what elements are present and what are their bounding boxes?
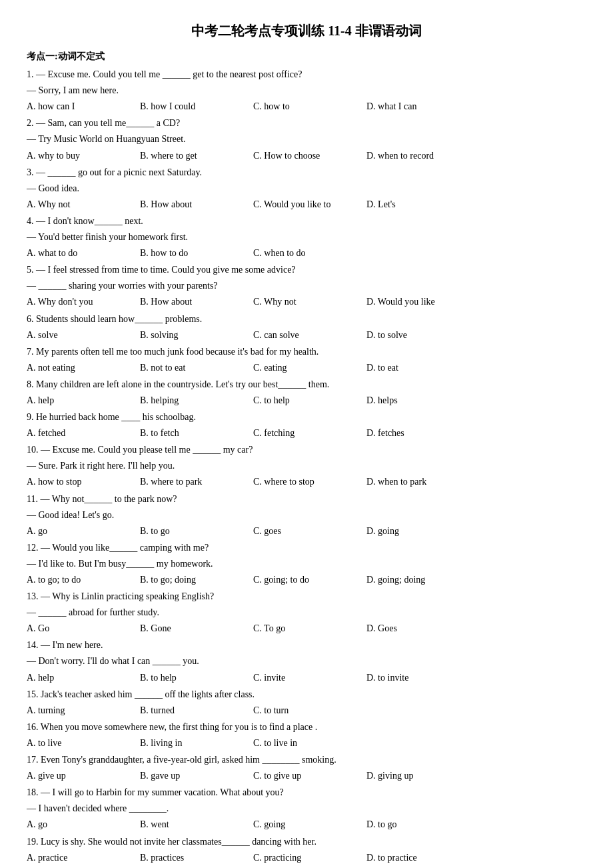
options-row-9: A. fetchedB. to fetchC. fetchingD. fetch…	[27, 425, 586, 441]
option-10-2: C. where to stop	[253, 474, 360, 489]
options-row-5: A. Why don't youB. How aboutC. Why notD.…	[27, 294, 586, 309]
option-11-2: C. goes	[253, 523, 360, 539]
option-8-0: A. help	[27, 393, 133, 408]
option-9-2: C. fetching	[253, 425, 360, 441]
question-line-17-0: 17. Even Tony's granddaughter, a five-ye…	[27, 752, 586, 767]
option-15-0: A. turning	[27, 703, 133, 718]
option-7-3: D. to eat	[366, 360, 473, 375]
question-2: 2. — Sam, can you tell me______ a CD?— T…	[27, 115, 586, 163]
question-line-18-0: 18. — I will go to Harbin for my summer …	[27, 785, 586, 800]
options-row-16: A. to liveB. living inC. to live in	[27, 735, 586, 751]
option-1-2: C. how to	[253, 99, 360, 114]
question-line-7-0: 7. My parents often tell me too much jun…	[27, 344, 586, 359]
question-15: 15. Jack's teacher asked him ______ off …	[27, 687, 586, 718]
option-18-2: C. going	[253, 817, 360, 832]
question-line-13-0: 13. — Why is Linlin practicing speaking …	[27, 589, 586, 604]
options-row-18: A. goB. wentC. goingD. to go	[27, 817, 586, 832]
question-line-5-0: 5. — I feel stressed from time to time. …	[27, 262, 586, 277]
option-14-2: C. invite	[253, 670, 360, 685]
option-10-0: A. how to stop	[27, 474, 133, 489]
question-line-3-0: 3. — ______ go out for a picnic next Sat…	[27, 165, 586, 180]
option-19-2: C. practicing	[253, 850, 360, 865]
question-line-19-0: 19. Lucy is shy. She would not invite he…	[27, 834, 586, 849]
question-16: 16. When you move somewhere new, the fir…	[27, 719, 586, 751]
options-row-13: A. GoB. GoneC. To goD. Goes	[27, 621, 586, 636]
option-18-0: A. go	[27, 817, 133, 832]
option-7-0: A. not eating	[27, 360, 133, 375]
options-row-14: A. helpB. to helpC. inviteD. to invite	[27, 670, 586, 685]
question-line-13-1: — ______ abroad for further study.	[27, 605, 586, 620]
options-row-19: A. practiceB. practicesC. practicingD. t…	[27, 850, 586, 865]
question-line-10-1: — Sure. Park it right here. I'll help yo…	[27, 458, 586, 473]
question-line-4-0: 4. — I don't know______ next.	[27, 213, 586, 229]
option-12-1: B. to go; doing	[140, 572, 247, 587]
option-12-3: D. going; doing	[366, 572, 473, 587]
question-4: 4. — I don't know______ next.— You'd bet…	[27, 213, 586, 261]
option-17-0: A. give up	[27, 768, 133, 783]
option-19-1: B. practices	[140, 850, 247, 865]
question-10: 10. — Excuse me. Could you please tell m…	[27, 442, 586, 489]
option-6-0: A. solve	[27, 327, 133, 343]
options-row-15: A. turningB. turnedC. to turn	[27, 703, 586, 718]
question-line-18-1: — I haven't decided where ________.	[27, 801, 586, 816]
option-1-3: D. what I can	[366, 99, 473, 114]
option-17-2: C. to give up	[253, 768, 360, 783]
question-line-14-1: — Don't worry. I'll do what I can ______…	[27, 653, 586, 669]
option-16-2: C. to live in	[253, 735, 360, 751]
option-10-3: D. when to park	[366, 474, 473, 489]
option-6-3: D. to solve	[366, 327, 473, 343]
options-row-8: A. helpB. helpingC. to helpD. helps	[27, 393, 586, 408]
option-5-0: A. Why don't you	[27, 294, 133, 309]
option-13-3: D. Goes	[366, 621, 473, 636]
question-line-14-0: 14. — I'm new here.	[27, 637, 586, 653]
options-row-1: A. how can IB. how I couldC. how toD. wh…	[27, 99, 586, 114]
option-18-1: B. went	[140, 817, 247, 832]
question-line-2-0: 2. — Sam, can you tell me______ a CD?	[27, 115, 586, 131]
option-2-0: A. why to buy	[27, 148, 133, 163]
option-17-1: B. gave up	[140, 768, 247, 783]
question-line-16-0: 16. When you move somewhere new, the fir…	[27, 719, 586, 735]
option-3-1: B. How about	[140, 197, 247, 212]
option-3-3: D. Let's	[366, 197, 473, 212]
section-title: 考点一:动词不定式	[27, 49, 586, 64]
option-1-1: B. how I could	[140, 99, 247, 114]
question-line-15-0: 15. Jack's teacher asked him ______ off …	[27, 687, 586, 702]
option-17-3: D. giving up	[366, 768, 473, 783]
question-line-12-1: — I'd like to. But I'm busy______ my hom…	[27, 556, 586, 571]
options-row-3: A. Why notB. How aboutC. Would you like …	[27, 197, 586, 212]
options-row-12: A. to go; to doB. to go; doingC. going; …	[27, 572, 586, 587]
question-line-6-0: 6. Students should learn how______ probl…	[27, 311, 586, 327]
option-11-3: D. going	[366, 523, 473, 539]
title: 中考二轮考点专项训练 11-4 非谓语动词	[27, 20, 586, 42]
option-9-1: B. to fetch	[140, 425, 247, 441]
option-8-1: B. helping	[140, 393, 247, 408]
option-5-2: C. Why not	[253, 294, 360, 309]
option-11-0: A. go	[27, 523, 133, 539]
option-6-1: B. solving	[140, 327, 247, 343]
option-15-2: C. to turn	[253, 703, 360, 718]
options-row-2: A. why to buyB. where to getC. How to ch…	[27, 148, 586, 163]
option-18-3: D. to go	[366, 817, 473, 832]
option-12-0: A. to go; to do	[27, 572, 133, 587]
question-6: 6. Students should learn how______ probl…	[27, 311, 586, 343]
question-19: 19. Lucy is shy. She would not invite he…	[27, 834, 586, 865]
option-2-3: D. when to record	[366, 148, 473, 163]
question-line-11-1: — Good idea! Let's go.	[27, 507, 586, 523]
option-11-1: B. to go	[140, 523, 247, 539]
option-2-1: B. where to get	[140, 148, 247, 163]
question-7: 7. My parents often tell me too much jun…	[27, 344, 586, 375]
option-5-3: D. Would you like	[366, 294, 473, 309]
question-17: 17. Even Tony's granddaughter, a five-ye…	[27, 752, 586, 783]
question-11: 11. — Why not______ to the park now?— Go…	[27, 491, 586, 539]
question-12: 12. — Would you like______ camping with …	[27, 540, 586, 587]
option-13-0: A. Go	[27, 621, 133, 636]
option-8-3: D. helps	[366, 393, 473, 408]
question-line-11-0: 11. — Why not______ to the park now?	[27, 491, 586, 507]
option-19-0: A. practice	[27, 850, 133, 865]
option-16-1: B. living in	[140, 735, 247, 751]
question-13: 13. — Why is Linlin practicing speaking …	[27, 589, 586, 636]
question-line-4-1: — You'd better finish your homework firs…	[27, 229, 586, 245]
question-1: 1. — Excuse me. Could you tell me ______…	[27, 67, 586, 114]
question-line-10-0: 10. — Excuse me. Could you please tell m…	[27, 442, 586, 457]
option-7-1: B. not to eat	[140, 360, 247, 375]
